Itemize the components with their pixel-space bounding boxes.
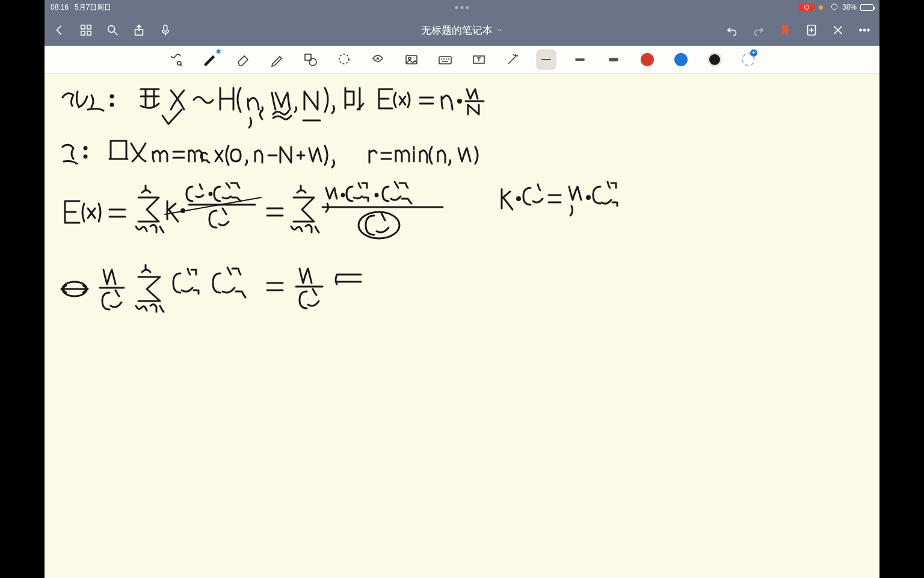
highlighter-tool[interactable] <box>266 49 287 70</box>
battery-percent: 38% <box>842 3 857 11</box>
lasso-tool[interactable] <box>334 49 354 70</box>
status-date: 5月7日周日 <box>75 2 111 13</box>
svg-rect-5 <box>87 31 91 35</box>
screen-recording-indicator[interactable] <box>798 4 815 11</box>
sticker-tool[interactable] <box>368 49 388 70</box>
back-button[interactable] <box>53 23 66 37</box>
search-button[interactable] <box>106 23 119 37</box>
keyboard-tool[interactable] <box>435 49 455 70</box>
new-page-button[interactable] <box>805 23 818 37</box>
svg-point-27 <box>209 193 212 195</box>
note-canvas[interactable] <box>45 75 879 578</box>
svg-point-24 <box>84 147 87 149</box>
svg-rect-17 <box>406 55 417 64</box>
svg-rect-4 <box>81 31 85 35</box>
color-red[interactable] <box>637 49 658 70</box>
bluetooth-icon: ✱ <box>216 48 221 55</box>
svg-point-10 <box>860 29 861 31</box>
app-window: 08:16 5月7日周日 38% 无标题的笔记本 <box>45 0 879 578</box>
mic-in-use-indicator <box>819 5 823 10</box>
stroke-thick[interactable] <box>603 49 624 70</box>
thumbnails-button[interactable] <box>79 23 93 37</box>
svg-point-30 <box>359 212 399 238</box>
svg-point-29 <box>375 194 378 196</box>
redo-button[interactable] <box>752 23 765 37</box>
record-icon <box>804 5 809 10</box>
svg-point-28 <box>342 194 344 196</box>
svg-rect-3 <box>87 25 91 29</box>
svg-point-18 <box>408 57 411 60</box>
textbox-tool[interactable] <box>469 49 489 70</box>
svg-point-11 <box>863 29 865 31</box>
svg-point-6 <box>108 26 115 33</box>
svg-point-21 <box>111 95 113 98</box>
microphone-button[interactable] <box>159 23 172 37</box>
more-button[interactable] <box>858 23 871 37</box>
status-left: 08:16 5月7日周日 <box>51 2 111 13</box>
svg-point-31 <box>517 197 520 200</box>
chevron-down-icon <box>496 26 504 34</box>
nav-bar: 无标题的笔记本 <box>45 14 879 46</box>
color-blue[interactable] <box>671 49 691 70</box>
bookmark-button[interactable] <box>778 23 792 37</box>
status-time: 08:16 <box>51 3 69 11</box>
svg-point-23 <box>458 100 461 103</box>
svg-point-1 <box>831 4 837 9</box>
laser-tool[interactable] <box>502 49 523 70</box>
orientation-lock-icon <box>830 2 839 13</box>
svg-rect-2 <box>81 25 85 29</box>
title-text: 无标题的笔记本 <box>421 23 493 37</box>
stroke-medium[interactable] <box>570 49 590 70</box>
letterbox-right <box>879 0 924 578</box>
multitask-dots[interactable] <box>455 6 469 9</box>
add-color[interactable] <box>738 49 759 70</box>
pen-tool[interactable]: ✱ <box>199 49 220 70</box>
letterbox-left <box>0 0 45 578</box>
svg-point-25 <box>84 155 87 158</box>
status-bar: 08:16 5月7日周日 38% <box>45 0 879 14</box>
eraser-tool[interactable] <box>233 49 253 70</box>
shape-tool[interactable] <box>300 49 321 70</box>
svg-point-22 <box>111 104 113 106</box>
svg-point-15 <box>309 58 316 66</box>
status-right: 38% <box>798 2 873 13</box>
color-black[interactable] <box>704 49 725 70</box>
undo-button[interactable] <box>725 23 739 37</box>
stroke-thin[interactable] <box>536 49 556 70</box>
zoom-tool[interactable] <box>165 49 186 70</box>
battery-icon <box>860 4 873 11</box>
svg-rect-19 <box>439 57 451 64</box>
svg-point-32 <box>587 196 590 199</box>
svg-point-12 <box>867 29 869 31</box>
image-tool[interactable] <box>401 49 422 70</box>
close-button[interactable] <box>831 23 845 37</box>
handwriting-layer <box>45 75 879 578</box>
svg-point-16 <box>339 54 349 64</box>
toolbar: ✱ <box>45 46 879 73</box>
share-button[interactable] <box>132 23 146 37</box>
svg-rect-8 <box>164 25 167 31</box>
document-title[interactable]: 无标题的笔记本 <box>421 23 504 37</box>
